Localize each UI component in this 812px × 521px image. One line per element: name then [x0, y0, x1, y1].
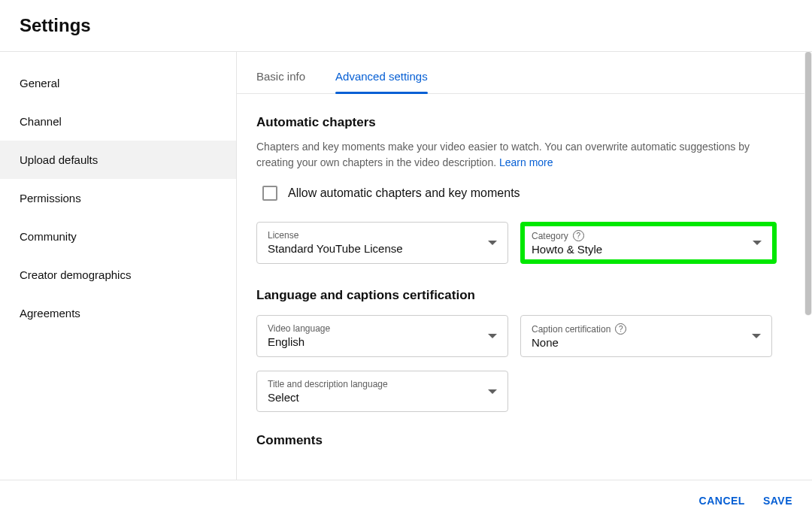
tab-basic-info[interactable]: Basic info — [256, 70, 305, 93]
sidebar-item-permissions[interactable]: Permissions — [0, 179, 236, 217]
main-content: Basic info Advanced settings Automatic c… — [237, 52, 812, 480]
caption-certification-label: Caption certification ? — [532, 323, 761, 335]
automatic-chapters-desc: Chapters and key moments make your video… — [256, 139, 775, 171]
help-icon[interactable]: ? — [573, 230, 584, 241]
learn-more-link[interactable]: Learn more — [499, 156, 553, 168]
video-language-value: English — [268, 335, 497, 348]
license-value: Standard YouTube License — [268, 242, 497, 255]
settings-header: Settings — [0, 0, 812, 51]
video-language-dropdown[interactable]: Video language English — [256, 315, 508, 357]
chevron-down-icon — [753, 241, 762, 245]
video-language-label: Video language — [268, 323, 497, 334]
sidebar-item-channel[interactable]: Channel — [0, 102, 236, 141]
sidebar-item-upload-defaults[interactable]: Upload defaults — [0, 141, 236, 179]
caption-cert-label-text: Caption certification — [532, 324, 611, 335]
chevron-down-icon — [752, 334, 761, 338]
sidebar-item-general[interactable]: General — [0, 64, 236, 102]
automatic-chapters-title: Automatic chapters — [256, 115, 792, 130]
tabs: Basic info Advanced settings — [237, 52, 812, 94]
title-desc-lang-label: Title and description language — [268, 379, 497, 389]
category-dropdown[interactable]: Category ? Howto & Style — [520, 222, 777, 264]
chevron-down-icon — [488, 241, 497, 245]
page-title: Settings — [20, 15, 792, 36]
category-label-text: Category — [532, 231, 568, 241]
cancel-button[interactable]: CANCEL — [699, 489, 745, 513]
save-button[interactable]: SAVE — [763, 489, 792, 513]
chevron-down-icon — [488, 389, 497, 394]
title-description-language-dropdown[interactable]: Title and description language Select — [256, 371, 508, 412]
scrollbar-thumb[interactable] — [805, 52, 811, 315]
help-icon[interactable]: ? — [615, 323, 626, 335]
scrollbar[interactable] — [804, 51, 812, 316]
license-dropdown[interactable]: License Standard YouTube License — [256, 222, 508, 264]
tab-advanced-settings[interactable]: Advanced settings — [335, 70, 428, 93]
sidebar-item-agreements[interactable]: Agreements — [0, 294, 236, 332]
title-desc-lang-value: Select — [268, 391, 497, 404]
caption-certification-value: None — [532, 336, 761, 349]
comments-title: Comments — [256, 433, 792, 448]
language-captions-title: Language and captions certification — [256, 288, 792, 303]
category-label: Category ? — [532, 230, 765, 241]
allow-auto-chapters-checkbox[interactable] — [262, 186, 277, 201]
chevron-down-icon — [488, 334, 497, 338]
sidebar-item-community[interactable]: Community — [0, 217, 236, 256]
allow-auto-chapters-row: Allow automatic chapters and key moments — [256, 186, 792, 201]
caption-certification-dropdown[interactable]: Caption certification ? None — [520, 315, 772, 357]
allow-auto-chapters-label: Allow automatic chapters and key moments — [288, 186, 520, 200]
category-value: Howto & Style — [532, 243, 765, 256]
license-label: License — [268, 230, 497, 241]
footer-actions: CANCEL SAVE — [0, 480, 812, 521]
sidebar-item-creator-demographics[interactable]: Creator demographics — [0, 256, 236, 294]
settings-sidebar: General Channel Upload defaults Permissi… — [0, 52, 237, 480]
